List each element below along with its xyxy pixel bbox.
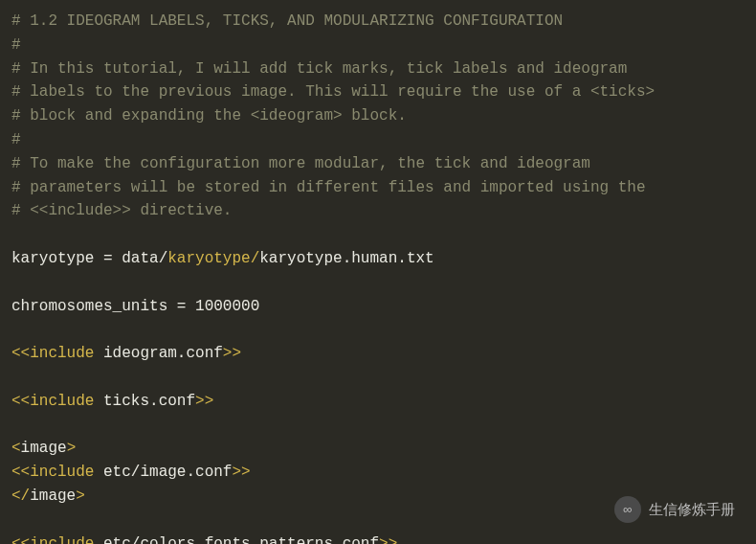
tag-name: image — [21, 440, 67, 457]
code-line[interactable] — [11, 223, 745, 247]
code-line[interactable]: # 1.2 IDEOGRAM LABELS, TICKS, AND MODULA… — [11, 10, 745, 34]
comment-text: # 1.2 IDEOGRAM LABELS, TICKS, AND MODULA… — [11, 12, 563, 30]
code-line[interactable]: # — [11, 34, 745, 57]
assign-lhs: karyotype = data/ — [11, 250, 167, 267]
code-line[interactable] — [11, 318, 745, 342]
include-close: >> — [195, 393, 213, 410]
include-file: ticks.conf — [103, 393, 195, 410]
code-line[interactable] — [11, 366, 745, 390]
assign-rhs: karyotype.human.txt — [259, 250, 434, 267]
comment-text: # <<include>> directive. — [11, 202, 232, 219]
include-open: <<include — [11, 464, 103, 481]
comment-text: # labels to the previous image. This wil… — [11, 83, 655, 101]
tag-name: image — [30, 487, 76, 505]
comment-text: # — [11, 131, 21, 148]
code-line[interactable]: # To make the configuration more modular… — [11, 152, 745, 176]
code-line[interactable]: </image> — [11, 485, 745, 509]
comment-text: # — [11, 36, 21, 54]
code-line[interactable] — [11, 414, 745, 438]
include-close: >> — [379, 535, 397, 544]
code-line[interactable]: # parameters will be stored in different… — [11, 176, 745, 200]
comment-text: # parameters will be stored in different… — [11, 179, 646, 196]
code-line[interactable]: # <<include>> directive. — [11, 199, 745, 223]
code-line[interactable]: <<include etc/image.conf>> — [11, 461, 745, 485]
tag-close: > — [67, 440, 77, 457]
include-file: etc/colors_fonts_patterns.conf — [103, 535, 379, 544]
code-line[interactable]: # block and expanding the <ideogram> blo… — [11, 104, 745, 128]
code-line[interactable]: # labels to the previous image. This wil… — [11, 80, 745, 104]
code-line[interactable]: <<include ideogram.conf>> — [11, 342, 745, 366]
code-line[interactable] — [11, 271, 745, 295]
code-line[interactable]: # — [11, 128, 745, 152]
comment-text: # To make the configuration more modular… — [11, 155, 590, 172]
code-line[interactable]: <image> — [11, 437, 745, 461]
code-line[interactable]: # In this tutorial, I will add tick mark… — [11, 57, 745, 81]
comment-text: # block and expanding the <ideogram> blo… — [11, 107, 407, 125]
assign-path: karyotype/ — [167, 250, 259, 267]
code-line[interactable]: chromosomes_units = 1000000 — [11, 295, 745, 319]
code-line[interactable]: <<include ticks.conf>> — [11, 390, 745, 414]
include-file: etc/image.conf — [103, 464, 232, 481]
include-close: >> — [223, 345, 241, 362]
include-close: >> — [232, 464, 250, 481]
include-file: ideogram.conf — [103, 345, 223, 362]
code-editor[interactable]: # 1.2 IDEOGRAM LABELS, TICKS, AND MODULA… — [0, 0, 756, 544]
comment-text: # In this tutorial, I will add tick mark… — [11, 60, 627, 78]
code-line[interactable]: <<include etc/colors_fonts_patterns.conf… — [11, 533, 745, 544]
code-line[interactable] — [11, 509, 745, 533]
code-line[interactable]: karyotype = data/karyotype/karyotype.hum… — [11, 247, 745, 271]
config-line: chromosomes_units = 1000000 — [11, 298, 259, 315]
tag-open: </ — [11, 487, 30, 505]
include-open: <<include — [11, 345, 103, 362]
include-open: <<include — [11, 535, 103, 544]
tag-close: > — [76, 487, 85, 505]
include-open: <<include — [11, 393, 103, 410]
tag-open: < — [11, 440, 21, 457]
